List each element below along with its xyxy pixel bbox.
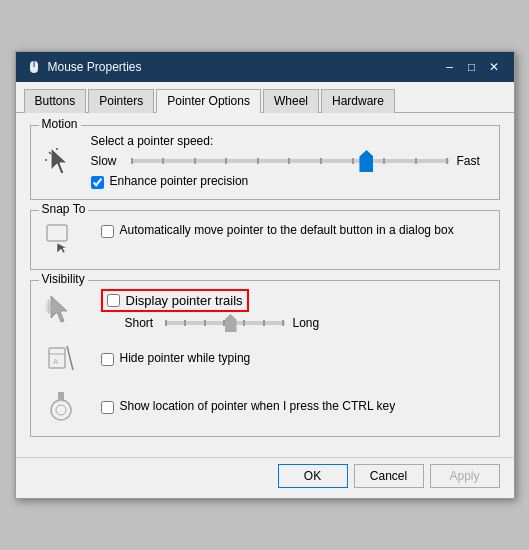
snap-to-checkbox-row: Automatically move pointer to the defaul… [101, 223, 489, 238]
tab-pointers[interactable]: Pointers [88, 89, 154, 113]
apply-button[interactable]: Apply [430, 464, 500, 488]
tab-bar: Buttons Pointers Pointer Options Wheel H… [16, 82, 514, 113]
visibility-section: Visibility Display pointer trails [30, 280, 500, 437]
ok-button[interactable]: OK [278, 464, 348, 488]
slider-dot [225, 158, 227, 164]
cursor-snap-svg [45, 223, 77, 255]
show-ctrl-label: Show location of pointer when I press th… [120, 399, 396, 413]
trail-row: Display pointer trails Short [41, 289, 489, 330]
hide-typing-checkbox-row: Hide pointer while typing [101, 351, 251, 366]
hide-typing-row: A Hide pointer while typing [41, 338, 489, 378]
svg-point-15 [51, 400, 71, 420]
slider-dot [352, 158, 354, 164]
close-button[interactable]: ✕ [484, 57, 504, 77]
slider-dot [446, 158, 448, 164]
slider-dot [415, 158, 417, 164]
trail-slider-row: Short [101, 316, 320, 330]
snap-cursor-icon [41, 219, 81, 259]
dialog-buttons: OK Cancel Apply [16, 457, 514, 498]
slider-dot [257, 158, 259, 164]
trail-cursor-icon [41, 290, 81, 330]
tab-content: Motion Select a pointer speed: Slow [16, 113, 514, 457]
title-bar-left: Mouse Properties [26, 59, 142, 75]
hide-typing-checkbox[interactable] [101, 353, 114, 366]
window-title: Mouse Properties [48, 60, 142, 74]
enhance-precision-label: Enhance pointer precision [110, 174, 249, 188]
svg-marker-7 [57, 243, 67, 253]
svg-marker-2 [51, 148, 67, 174]
trail-slider-track[interactable] [165, 321, 285, 325]
title-controls: – □ ✕ [440, 57, 504, 77]
svg-marker-8 [51, 296, 67, 322]
snap-to-section: Snap To Automatically move pointer to th… [30, 210, 500, 270]
short-label: Short [125, 316, 157, 330]
speed-slider-row: Slow [91, 154, 489, 168]
motion-content: Select a pointer speed: Slow [91, 134, 489, 189]
trail-slider-thumb[interactable] [225, 314, 237, 332]
display-trail-label: Display pointer trails [126, 293, 243, 308]
tab-hardware[interactable]: Hardware [321, 89, 395, 113]
motion-section-label: Motion [39, 117, 81, 131]
display-trail-checkbox[interactable] [107, 294, 120, 307]
show-ctrl-checkbox-row: Show location of pointer when I press th… [101, 399, 396, 414]
cursor-hide-svg: A [45, 342, 77, 374]
slider-dot [263, 320, 265, 326]
speed-label: Select a pointer speed: [91, 134, 489, 148]
maximize-button[interactable]: □ [462, 57, 482, 77]
cursor-motion-svg [45, 146, 77, 178]
motion-cursor-icon [41, 142, 81, 182]
fast-label: Fast [457, 154, 489, 168]
cancel-button[interactable]: Cancel [354, 464, 424, 488]
slider-dot [162, 158, 164, 164]
motion-section: Motion Select a pointer speed: Slow [30, 125, 500, 200]
slider-dot [282, 320, 284, 326]
cursor-ctrl-svg [45, 390, 77, 422]
svg-point-16 [56, 405, 66, 415]
minimize-button[interactable]: – [440, 57, 460, 77]
enhance-precision-row: Enhance pointer precision [91, 174, 489, 189]
svg-rect-6 [47, 225, 67, 241]
mouse-properties-window: Mouse Properties – □ ✕ Buttons Pointers … [15, 51, 515, 499]
snap-to-checkbox[interactable] [101, 225, 114, 238]
snap-to-content: Automatically move pointer to the defaul… [41, 219, 489, 259]
svg-text:A: A [53, 357, 59, 366]
hide-typing-icon: A [41, 338, 81, 378]
trail-checkbox-highlighted: Display pointer trails [101, 289, 249, 312]
slider-dot [165, 320, 167, 326]
svg-line-14 [67, 346, 73, 370]
trail-checkbox-section: Display pointer trails Short [101, 289, 320, 330]
hide-typing-label: Hide pointer while typing [120, 351, 251, 365]
slider-dot [320, 158, 322, 164]
motion-row: Select a pointer speed: Slow [41, 134, 489, 189]
slider-dot [194, 158, 196, 164]
cursor-trail-svg [45, 294, 77, 326]
show-ctrl-row: Show location of pointer when I press th… [41, 386, 489, 426]
mouse-icon [26, 59, 42, 75]
slider-dot [184, 320, 186, 326]
tab-wheel[interactable]: Wheel [263, 89, 319, 113]
slow-label: Slow [91, 154, 123, 168]
slider-dot [204, 320, 206, 326]
snap-to-text: Automatically move pointer to the defaul… [120, 223, 454, 237]
slider-dots [131, 158, 449, 164]
tab-buttons[interactable]: Buttons [24, 89, 87, 113]
slider-dot [243, 320, 245, 326]
tab-pointer-options[interactable]: Pointer Options [156, 89, 261, 113]
title-bar: Mouse Properties – □ ✕ [16, 52, 514, 82]
snap-to-label: Snap To [39, 202, 89, 216]
ctrl-icon [41, 386, 81, 426]
speed-slider-thumb[interactable] [359, 150, 373, 172]
long-label: Long [293, 316, 320, 330]
show-ctrl-checkbox[interactable] [101, 401, 114, 414]
slider-dot [131, 158, 133, 164]
slider-dot [383, 158, 385, 164]
enhance-precision-checkbox[interactable] [91, 176, 104, 189]
speed-slider-track[interactable] [131, 159, 449, 163]
visibility-label: Visibility [39, 272, 88, 286]
slider-dot [288, 158, 290, 164]
